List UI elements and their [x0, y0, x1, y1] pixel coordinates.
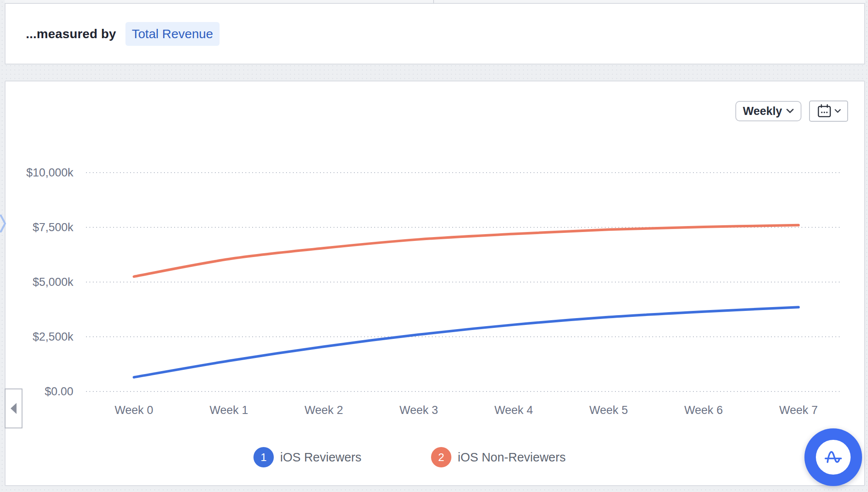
chart-plot-area[interactable]: $0.00$2,500k$5,000k$7,500k$10,000kWeek 0… — [6, 81, 864, 485]
measured-by-panel: ...measured by Total Revenue — [5, 4, 865, 64]
legend-item-ios-reviewers[interactable]: 1 iOS Reviewers — [253, 447, 362, 467]
expand-panel-handle[interactable] — [0, 213, 7, 234]
y-tick-label: $0.00 — [45, 385, 73, 398]
measured-by-label: ...measured by — [26, 27, 116, 41]
metric-chip-total-revenue[interactable]: Total Revenue — [125, 22, 220, 46]
legend-badge-1: 1 — [253, 447, 274, 467]
chevron-down-icon — [835, 109, 841, 113]
amplitude-logo-button[interactable] — [804, 428, 862, 486]
panel-divider — [433, 0, 434, 4]
collapse-panel-button[interactable] — [5, 389, 22, 428]
calendar-icon — [817, 103, 832, 119]
previous-row-edge — [5, 0, 865, 4]
x-tick-label: Week 6 — [684, 404, 723, 417]
x-tick-label: Week 0 — [114, 404, 153, 417]
legend-label: iOS Non-Reviewers — [458, 450, 566, 464]
chevron-down-icon — [786, 109, 794, 114]
x-tick-label: Week 2 — [304, 404, 343, 417]
series-line-2[interactable] — [134, 225, 798, 277]
x-tick-label: Week 4 — [494, 404, 533, 417]
granularity-label: Weekly — [743, 105, 782, 118]
legend-number: 2 — [438, 451, 444, 464]
y-tick-label: $2,500k — [33, 330, 74, 343]
y-tick-label: $10,000k — [26, 166, 74, 179]
legend-item-ios-non-reviewers[interactable]: 2 iOS Non-Reviewers — [431, 447, 566, 467]
calendar-button[interactable] — [809, 101, 848, 122]
triangle-left-icon — [9, 402, 18, 415]
x-tick-label: Week 5 — [589, 404, 628, 417]
y-tick-label: $5,000k — [33, 276, 74, 288]
chart-panel: $0.00$2,500k$5,000k$7,500k$10,000kWeek 0… — [5, 81, 865, 486]
legend-number: 1 — [261, 451, 267, 464]
chart-legend: 1 iOS Reviewers 2 iOS Non-Reviewers — [6, 447, 864, 468]
series-line-1[interactable] — [134, 307, 798, 377]
amplitude-icon — [816, 440, 851, 475]
legend-badge-2: 2 — [431, 447, 451, 467]
x-tick-label: Week 3 — [399, 404, 438, 417]
granularity-button[interactable]: Weekly — [735, 101, 801, 121]
legend-label: iOS Reviewers — [280, 450, 362, 464]
y-tick-label: $7,500k — [33, 221, 74, 234]
chevron-right-icon — [0, 213, 7, 234]
x-tick-label: Week 1 — [209, 404, 248, 417]
x-tick-label: Week 7 — [779, 404, 818, 417]
